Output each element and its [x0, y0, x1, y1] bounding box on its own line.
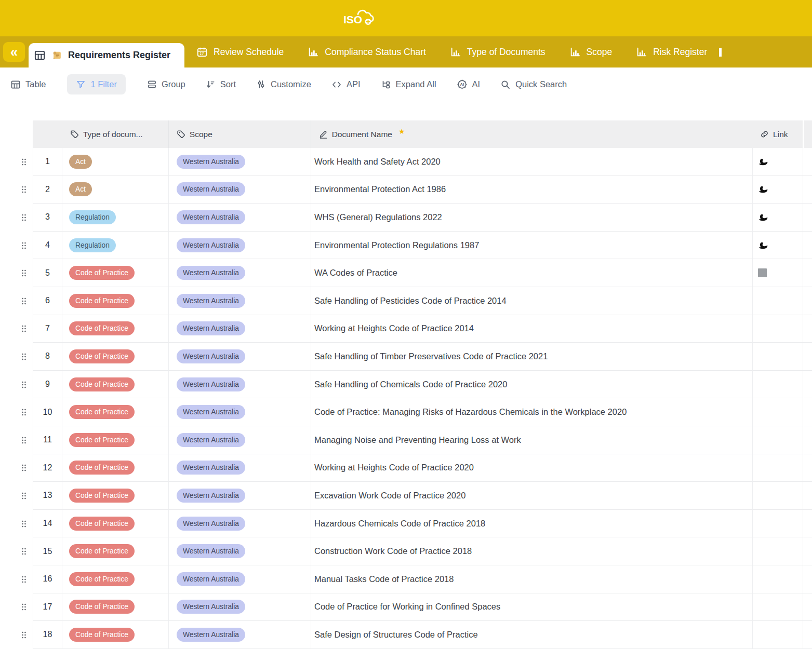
tab-review-schedule[interactable]: Review Schedule	[184, 36, 296, 67]
row-drag-handle[interactable]	[0, 398, 33, 426]
tab-requirements-register[interactable]: Requirements Register	[29, 43, 184, 67]
scope-cell[interactable]: Western Australia	[169, 621, 311, 649]
type-cell[interactable]: Regulation	[62, 204, 169, 232]
row-drag-handle[interactable]	[0, 537, 33, 565]
row-drag-handle[interactable]	[0, 454, 33, 482]
tab-type-of-documents[interactable]: Type of Documents	[438, 36, 557, 67]
scope-cell[interactable]: Western Australia	[169, 398, 311, 426]
column-header-type[interactable]: Type of docum...	[62, 120, 169, 148]
scope-tag[interactable]: Western Australia	[177, 266, 245, 280]
row-drag-handle[interactable]	[0, 565, 33, 593]
document-name[interactable]: Safe Handling of Chemicals Code of Pract…	[311, 371, 753, 399]
link-cell[interactable]	[753, 454, 803, 482]
type-tag[interactable]: Code of Practice	[69, 572, 135, 586]
type-tag[interactable]: Code of Practice	[69, 321, 135, 335]
type-cell[interactable]: Code of Practice	[62, 510, 169, 538]
document-name[interactable]: Work Health and Safety Act 2020	[311, 148, 753, 176]
row-drag-handle[interactable]	[0, 232, 33, 260]
document-name[interactable]: Environmental Protection Act 1986	[311, 176, 753, 204]
type-tag[interactable]: Code of Practice	[69, 628, 135, 642]
link-cell[interactable]	[753, 482, 803, 510]
row-drag-handle[interactable]	[0, 259, 33, 287]
document-name[interactable]: Safe Handling of Timber Preservatives Co…	[311, 343, 753, 371]
scope-tag[interactable]: Western Australia	[177, 544, 245, 558]
scope-cell[interactable]: Western Australia	[169, 537, 311, 565]
tab-risk-register[interactable]: Risk Register	[624, 36, 734, 67]
scope-cell[interactable]: Western Australia	[169, 259, 311, 287]
type-tag[interactable]: Code of Practice	[69, 405, 135, 419]
link-cell[interactable]	[753, 565, 803, 593]
scope-cell[interactable]: Western Australia	[169, 371, 311, 399]
document-name[interactable]: Working at Heights Code of Practice 2014	[311, 315, 753, 343]
table-view-button[interactable]: Table	[10, 79, 46, 90]
scope-tag[interactable]: Western Australia	[177, 182, 245, 196]
type-tag[interactable]: Act	[69, 182, 92, 196]
type-tag[interactable]: Code of Practice	[69, 294, 135, 308]
api-button[interactable]: API	[331, 79, 361, 90]
scope-tag[interactable]: Western Australia	[177, 405, 245, 419]
tab-scope[interactable]: Scope	[557, 36, 624, 67]
document-name[interactable]: Code of Practice for Working in Confined…	[311, 593, 753, 621]
type-tag[interactable]: Code of Practice	[69, 544, 135, 558]
scope-cell[interactable]: Western Australia	[169, 287, 311, 315]
type-cell[interactable]: Act	[62, 148, 169, 176]
type-cell[interactable]: Code of Practice	[62, 482, 169, 510]
row-drag-handle[interactable]	[0, 148, 33, 176]
customize-button[interactable]: Customize	[256, 79, 311, 89]
scope-tag[interactable]: Western Australia	[177, 155, 245, 169]
type-cell[interactable]: Code of Practice	[62, 398, 169, 426]
document-name[interactable]: Managing Noise and Preventing Hearing Lo…	[311, 426, 753, 454]
filter-button[interactable]: 1 Filter	[67, 74, 125, 94]
link-cell[interactable]	[753, 232, 803, 260]
scope-tag[interactable]: Western Australia	[177, 238, 245, 252]
row-drag-handle[interactable]	[0, 204, 33, 232]
type-cell[interactable]: Code of Practice	[62, 343, 169, 371]
scope-tag[interactable]: Western Australia	[177, 321, 245, 335]
scope-tag[interactable]: Western Australia	[177, 349, 245, 363]
scope-cell[interactable]: Western Australia	[169, 315, 311, 343]
link-cell[interactable]	[753, 371, 803, 399]
type-tag[interactable]: Code of Practice	[69, 266, 135, 280]
scope-tag[interactable]: Western Australia	[177, 600, 245, 614]
row-drag-handle[interactable]	[0, 621, 33, 649]
type-tag[interactable]: Code of Practice	[69, 517, 135, 531]
scope-cell[interactable]: Western Australia	[169, 426, 311, 454]
scope-cell[interactable]: Western Australia	[169, 482, 311, 510]
link-cell[interactable]	[753, 510, 803, 538]
type-cell[interactable]: Code of Practice	[62, 565, 169, 593]
type-cell[interactable]: Code of Practice	[62, 259, 169, 287]
row-drag-handle[interactable]	[0, 426, 33, 454]
link-cell[interactable]	[753, 343, 803, 371]
scope-cell[interactable]: Western Australia	[169, 565, 311, 593]
quick-search-button[interactable]: Quick Search	[500, 79, 567, 90]
type-tag[interactable]: Code of Practice	[69, 489, 135, 503]
link-cell[interactable]	[753, 148, 803, 176]
document-name[interactable]: Construction Work Code of Practice 2018	[311, 537, 753, 565]
scope-tag[interactable]: Western Australia	[177, 461, 245, 475]
row-drag-handle[interactable]	[0, 510, 33, 538]
scope-cell[interactable]: Western Australia	[169, 232, 311, 260]
link-cell[interactable]	[753, 593, 803, 621]
scope-tag[interactable]: Western Australia	[177, 517, 245, 531]
document-name[interactable]: Environmental Protection Regulations 198…	[311, 232, 753, 260]
type-cell[interactable]: Code of Practice	[62, 315, 169, 343]
link-cell[interactable]	[753, 398, 803, 426]
scope-cell[interactable]: Western Australia	[169, 204, 311, 232]
document-name[interactable]: Manual Tasks Code of Practice 2018	[311, 565, 753, 593]
row-drag-handle[interactable]	[0, 343, 33, 371]
row-drag-handle[interactable]	[0, 176, 33, 204]
document-name[interactable]: Safe Handling of Pesticides Code of Prac…	[311, 287, 753, 315]
type-cell[interactable]: Code of Practice	[62, 426, 169, 454]
link-cell[interactable]	[753, 287, 803, 315]
tab-compliance-status-chart[interactable]: Compliance Status Chart	[296, 36, 438, 67]
document-name[interactable]: Hazardous Chemicals Code of Practice 201…	[311, 510, 753, 538]
row-drag-handle[interactable]	[0, 315, 33, 343]
column-header-scope[interactable]: Scope	[169, 120, 311, 148]
row-drag-handle[interactable]	[0, 287, 33, 315]
column-header-document-name[interactable]: Document Name ★	[311, 120, 752, 148]
scope-tag[interactable]: Western Australia	[177, 572, 245, 586]
type-cell[interactable]: Code of Practice	[62, 287, 169, 315]
row-drag-handle[interactable]	[0, 371, 33, 399]
type-cell[interactable]: Code of Practice	[62, 454, 169, 482]
scope-cell[interactable]: Western Australia	[169, 176, 311, 204]
